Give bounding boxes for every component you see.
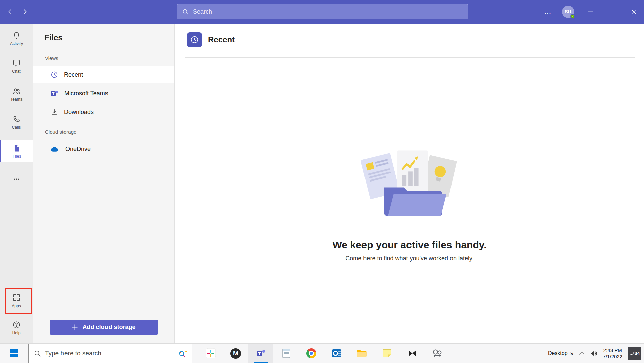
forward-icon — [22, 8, 28, 15]
tutorial-highlight-box — [5, 288, 32, 314]
teams-icon — [256, 348, 266, 358]
plus-icon — [72, 324, 78, 330]
add-cloud-storage-button[interactable]: Add cloud storage — [50, 320, 158, 335]
download-icon — [50, 108, 58, 116]
chrome-icon — [306, 348, 316, 358]
clock-icon — [50, 71, 58, 79]
rail-item-teams[interactable]: Teams — [0, 83, 33, 105]
rail-item-help[interactable]: Help — [0, 317, 33, 338]
minimize-icon — [588, 11, 593, 12]
taskbar-app-teams[interactable] — [248, 344, 273, 363]
panel-item-label: Downloads — [64, 109, 94, 116]
volume-icon[interactable] — [590, 350, 598, 357]
command-search-box[interactable] — [177, 4, 468, 19]
minimize-button[interactable] — [579, 0, 601, 24]
desktop-toolbar-label[interactable]: Desktop — [548, 350, 568, 356]
notepad-icon — [282, 348, 291, 358]
taskbar-app-file-explorer[interactable] — [349, 344, 374, 363]
help-question-icon — [12, 320, 21, 329]
notification-count: 34 — [635, 351, 640, 356]
rail-item-chat[interactable]: Chat — [0, 55, 33, 77]
taskbar-search-box[interactable] — [28, 344, 192, 363]
rail-item-files[interactable]: Files — [0, 140, 33, 162]
teams-people-icon — [12, 87, 21, 96]
empty-state-title: We keep your active files handy. — [332, 239, 486, 251]
taskbar-search-input[interactable] — [45, 350, 173, 357]
taskbar-app-m[interactable]: M — [223, 344, 248, 363]
add-cloud-storage-label: Add cloud storage — [82, 324, 135, 331]
sticky-notes-icon — [382, 349, 392, 358]
search-icon — [34, 350, 41, 357]
recent-clock-icon — [187, 32, 202, 47]
panel-item-downloads[interactable]: Downloads — [33, 103, 174, 121]
chat-bubble-icon — [12, 58, 21, 68]
panel-item-label: Recent — [64, 71, 83, 78]
teams-logo-icon — [50, 89, 59, 98]
close-icon — [631, 9, 636, 14]
back-icon — [7, 8, 13, 15]
presence-available-icon — [570, 14, 575, 19]
page-title: Recent — [208, 35, 235, 44]
panel-item-recent[interactable]: Recent — [33, 66, 174, 83]
search-highlights-icon[interactable] — [177, 349, 188, 358]
empty-state-illustration — [354, 138, 465, 220]
activity-bell-icon — [12, 31, 21, 40]
cloud-storage-section-label: Cloud storage — [45, 129, 76, 135]
titlebar: … SU — [0, 0, 644, 24]
rail-item-activity[interactable]: Activity — [0, 28, 33, 49]
close-button[interactable] — [623, 0, 644, 24]
phone-icon — [12, 115, 21, 124]
hidden-icons-chevron-icon[interactable] — [579, 352, 585, 355]
windows-taskbar: M — [0, 343, 644, 363]
ellipsis-icon — [12, 175, 21, 184]
taskbar-app-chrome[interactable] — [299, 344, 324, 363]
panel-item-onedrive[interactable]: OneDrive — [33, 140, 174, 158]
files-panel: Files Views Recent Microsoft Teams Downl… — [33, 24, 175, 343]
desktop-toolbar-chevron-icon[interactable]: » — [570, 350, 574, 357]
windows-logo-icon — [10, 349, 18, 358]
content-header: Recent — [187, 32, 235, 47]
rail-label: Teams — [10, 97, 22, 102]
rail-label: Files — [13, 154, 21, 159]
avatar-initials: SU — [565, 9, 571, 14]
panel-title: Files — [44, 33, 63, 42]
panel-item-label: OneDrive — [65, 146, 91, 153]
profile-button[interactable]: SU — [557, 0, 579, 24]
more-options-button[interactable]: … — [539, 0, 557, 24]
outlook-icon — [332, 348, 342, 358]
maximize-button[interactable] — [601, 0, 623, 24]
more-apps-button[interactable] — [0, 174, 33, 185]
taskbar-app-notepad[interactable] — [273, 344, 299, 363]
rail-label: Chat — [12, 69, 20, 74]
taskbar-app-media[interactable] — [399, 344, 425, 363]
empty-state: We keep your active files handy. Come he… — [175, 138, 644, 262]
header-divider — [185, 57, 635, 58]
taskbar-clock[interactable]: 2:43 PM 7/1/2022 — [603, 347, 622, 360]
views-section-label: Views — [45, 55, 58, 61]
search-icon — [182, 9, 189, 15]
rail-label: Activity — [10, 41, 23, 46]
forward-button[interactable] — [17, 0, 32, 24]
taskbar-app-sticky-notes[interactable] — [374, 344, 399, 363]
taskbar-app-outlook[interactable] — [324, 344, 349, 363]
rail-item-calls[interactable]: Calls — [0, 111, 33, 133]
ellipsis-icon: … — [544, 7, 552, 16]
rail-label: Help — [12, 331, 21, 335]
search-input[interactable] — [193, 8, 463, 15]
slack-icon — [206, 348, 216, 358]
start-button[interactable] — [0, 344, 28, 363]
back-button[interactable] — [3, 0, 17, 24]
panel-item-label: Microsoft Teams — [64, 90, 108, 97]
panel-item-microsoft-teams[interactable]: Microsoft Teams — [33, 85, 174, 102]
avatar[interactable]: SU — [562, 6, 574, 18]
m-app-icon: M — [230, 348, 241, 359]
files-document-icon — [12, 144, 22, 153]
taskbar-app-projector[interactable] — [425, 344, 450, 363]
notification-bubble-icon — [630, 351, 634, 355]
action-center-button[interactable]: 34 — [628, 347, 641, 360]
clock-date: 7/1/2022 — [603, 353, 622, 360]
clock-time: 2:43 PM — [603, 347, 622, 353]
file-explorer-icon — [357, 349, 367, 358]
empty-state-subtitle: Come here to find what you've worked on … — [345, 255, 473, 262]
taskbar-app-slack[interactable] — [198, 344, 223, 363]
